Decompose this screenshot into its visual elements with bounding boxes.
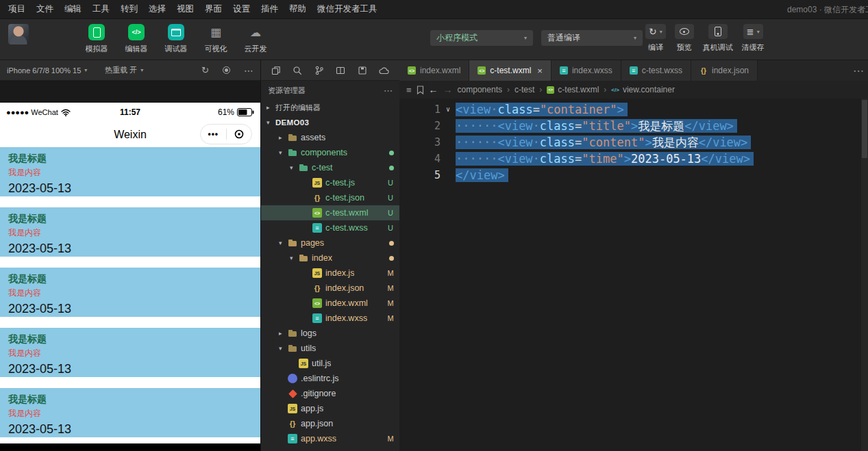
breadcrumb-item[interactable]: c-test: [514, 85, 534, 94]
content-card[interactable]: 我是标题我是内容2023-05-13: [0, 207, 260, 257]
forward-icon[interactable]: [443, 84, 453, 95]
menu-item-5[interactable]: 选择: [143, 3, 171, 15]
menu-item-2[interactable]: 编辑: [59, 3, 87, 15]
compile-mode-select[interactable]: 普通编译: [541, 30, 643, 46]
menu-item-6[interactable]: 视图: [171, 3, 199, 15]
menu-item-3[interactable]: 工具: [87, 3, 115, 15]
split-editor-icon[interactable]: [336, 66, 345, 75]
content-card[interactable]: 我是标题我是内容2023-05-13: [0, 147, 260, 196]
tree-item-c-test.js[interactable]: c-test.jsU: [261, 175, 399, 190]
git-branch-icon[interactable]: [314, 66, 324, 75]
close-icon[interactable]: [537, 66, 543, 76]
code-token: </view>: [701, 152, 750, 166]
tree-item-index.wxml[interactable]: index.wxmlM: [261, 296, 399, 311]
breadcrumb: components c-test c-test.wxml view.conta…: [399, 81, 868, 99]
content-card[interactable]: 我是标题我是内容2023-05-13: [0, 328, 260, 377]
tree-item-c-test.wxss[interactable]: c-test.wxssU: [261, 220, 399, 235]
debugger-button[interactable]: 调试器: [159, 24, 193, 54]
tab-c-test.wxss[interactable]: c-test.wxss: [621, 60, 691, 81]
tree-item-index[interactable]: index: [261, 250, 399, 266]
wxss-file-icon: [560, 66, 568, 75]
breadcrumb-item[interactable]: view.container: [623, 85, 675, 94]
search-icon[interactable]: [293, 66, 302, 75]
menu-item-1[interactable]: 文件: [31, 3, 59, 15]
card-date: 2023-05-13: [8, 242, 252, 256]
menu-item-4[interactable]: 转到: [115, 3, 143, 15]
tree-item-.eslintrc.js[interactable]: .eslintrc.js: [261, 371, 399, 386]
file-label: util.js: [312, 359, 331, 368]
back-icon[interactable]: [429, 84, 438, 95]
editor-scrollbar[interactable]: [861, 99, 868, 451]
folder-icon: [288, 133, 297, 142]
menu-item-10[interactable]: 帮助: [284, 3, 312, 15]
hot-reload-toggle[interactable]: 热重载 开: [105, 65, 143, 75]
tree-item-c-test[interactable]: c-test: [261, 160, 399, 175]
compile-button[interactable]: 编译: [645, 24, 666, 53]
tree-section-打开的编辑器[interactable]: 打开的编辑器: [261, 100, 399, 115]
menu-item-0[interactable]: 项目: [3, 3, 31, 15]
menu-item-11[interactable]: 微信开发者工具: [312, 3, 383, 15]
code-token: ······: [456, 152, 497, 166]
card-date: 2023-05-13: [8, 181, 252, 196]
tree-section-DEMO03[interactable]: DEMO03: [261, 115, 399, 130]
outline-icon[interactable]: [406, 85, 412, 95]
capsule-menu[interactable]: •••: [200, 124, 252, 144]
tab-overflow-icon[interactable]: [853, 60, 864, 81]
breadcrumb-item[interactable]: components: [458, 85, 502, 94]
tree-item-.gitignore[interactable]: .gitignore: [261, 386, 399, 401]
bookmark-icon[interactable]: [417, 86, 424, 94]
device-select[interactable]: iPhone 6/7/8 100% 15: [7, 66, 87, 75]
cloud-dev-button[interactable]: 云开发: [238, 24, 273, 54]
fold-icon[interactable]: [441, 101, 456, 118]
tree-item-index.wxss[interactable]: index.wxssM: [261, 311, 399, 326]
avatar[interactable]: [8, 24, 29, 44]
button-label: 调试器: [165, 44, 188, 54]
content-card[interactable]: 我是标题我是内容2023-05-13: [0, 268, 260, 317]
tree-item-app.wxss[interactable]: app.wxssM: [261, 431, 399, 446]
menu-item-7[interactable]: 界面: [199, 3, 227, 15]
editor-button[interactable]: 编辑器: [119, 24, 153, 54]
simulator-button[interactable]: 模拟器: [79, 24, 114, 54]
fold-gutter: [441, 118, 456, 134]
tree-item-app.json[interactable]: app.json: [261, 416, 399, 431]
menu-dots-icon[interactable]: •••: [201, 129, 226, 139]
cloud-sync-icon[interactable]: [379, 66, 389, 75]
code-line-4: 4······<view·class="time">2023-05-13</vi…: [399, 151, 868, 167]
tree-item-utils[interactable]: utils: [261, 341, 399, 356]
tab-index.wxss[interactable]: index.wxss: [551, 60, 621, 81]
tree-item-logs[interactable]: logs: [261, 326, 399, 341]
files-icon[interactable]: [271, 66, 281, 75]
breadcrumb-item[interactable]: c-test.wxml: [558, 85, 599, 94]
tab-index.json[interactable]: index.json: [691, 60, 758, 81]
preview-button[interactable]: 预览: [675, 24, 694, 53]
code-editor[interactable]: 1<view·class="container">2······<view·cl…: [399, 99, 868, 183]
mode-select[interactable]: 小程序模式: [430, 30, 533, 46]
home-capsule-icon[interactable]: [227, 128, 252, 140]
tree-item-index.json[interactable]: index.jsonM: [261, 281, 399, 296]
tree-item-components[interactable]: components: [261, 145, 399, 160]
restart-icon[interactable]: [201, 65, 209, 75]
remote-debug-button[interactable]: 真机调试: [703, 24, 733, 53]
wxml-file-icon: [547, 86, 554, 94]
content-card[interactable]: 我是标题我是内容2023-05-13: [0, 388, 260, 437]
device-label: iPhone 6/7/8 100% 15: [7, 66, 81, 75]
tree-item-app.js[interactable]: app.js: [261, 401, 399, 416]
more-icon[interactable]: [244, 65, 253, 76]
save-icon[interactable]: [358, 66, 367, 75]
tree-item-util.js[interactable]: util.js: [261, 356, 399, 371]
more-actions-icon[interactable]: [384, 86, 393, 96]
menu-item-8[interactable]: 设置: [227, 3, 256, 15]
code-line-2: 2······<view·class="title">我是标题</view>: [399, 118, 868, 134]
tree-item-assets[interactable]: assets: [261, 130, 399, 145]
tree-item-pages[interactable]: pages: [261, 235, 399, 250]
tree-item-c-test.json[interactable]: c-test.jsonU: [261, 190, 399, 205]
tab-c-test.wxml[interactable]: c-test.wxml: [469, 60, 551, 81]
tree-item-index.js[interactable]: index.jsM: [261, 266, 399, 281]
tree-item-c-test.wxml[interactable]: c-test.wxmlU: [261, 205, 399, 220]
clear-cache-button[interactable]: 清缓存: [742, 24, 765, 53]
menu-item-9[interactable]: 插件: [256, 3, 284, 15]
tab-index.wxml[interactable]: index.wxml: [399, 60, 469, 81]
scrollbar-thumb[interactable]: [862, 100, 867, 158]
record-icon[interactable]: [223, 66, 230, 74]
visualization-button[interactable]: 可视化: [199, 24, 233, 54]
